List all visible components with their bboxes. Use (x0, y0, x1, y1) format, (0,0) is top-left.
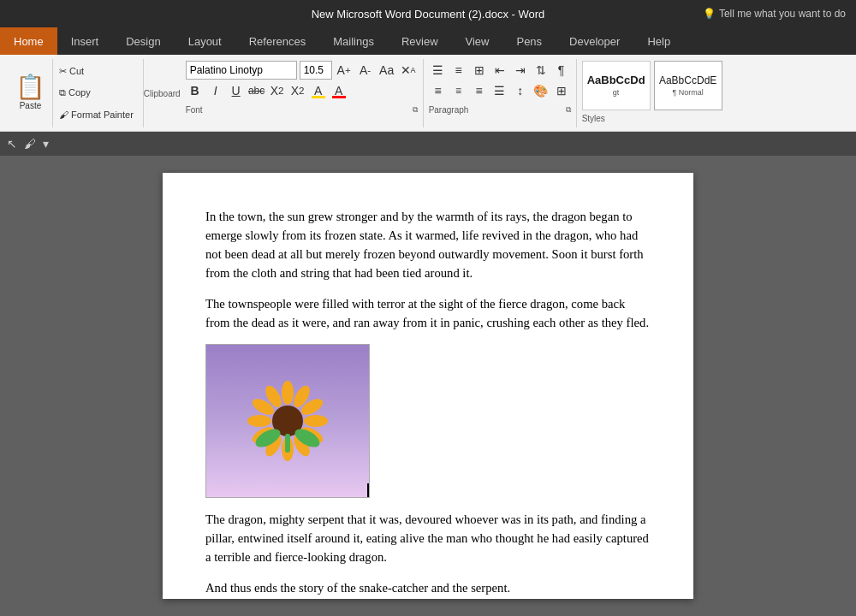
tell-me-text: Tell me what you want to do (719, 8, 846, 20)
tab-insert[interactable]: Insert (57, 27, 113, 55)
svg-rect-15 (285, 434, 290, 453)
paste-label: Paste (20, 101, 42, 110)
tab-references[interactable]: References (235, 27, 319, 55)
tab-design[interactable]: Design (112, 27, 174, 55)
paint-icon[interactable]: 🖌 (24, 137, 36, 151)
clipboard-group-label: Clipboard (144, 87, 181, 98)
document-image[interactable] (205, 344, 370, 498)
paragraph-group: ☰ ≡ ⊞ ⇤ ⇥ ⇅ ¶ ≡ ≡ ≡ ☰ ↕ 🎨 ⊞ Paragraph ⧉ (424, 59, 577, 127)
title-bar: New Microsoft Word Document (2).docx - W… (0, 0, 856, 27)
subscript-button[interactable]: X2 (268, 81, 287, 100)
styles-group-label-bar: Styles (582, 112, 846, 123)
svg-point-9 (247, 415, 271, 427)
font-row-2: B I U abc X2 X2 A A (186, 81, 418, 100)
ribbon: 📋 Paste ✂ Cut ⧉ Copy 🖌 Format Painter Cl… (0, 55, 856, 132)
ribbon-tabs: Home Insert Design Layout References Mai… (0, 27, 856, 55)
bold-button[interactable]: B (186, 81, 205, 100)
style-boxes-container: AaBbCcDd gt AaBbCcDdE ¶ Normal (582, 61, 846, 110)
font-row-1: A+ A- Aa ✕A (186, 61, 418, 80)
paragraph-group-label-bar: Paragraph ⧉ (429, 104, 571, 115)
numbered-list-button[interactable]: ≡ (449, 61, 468, 80)
align-right-button[interactable]: ≡ (470, 81, 489, 100)
cursor-icon[interactable]: ↖ (7, 137, 17, 151)
text-highlight-button[interactable]: A (309, 81, 328, 100)
decrease-font-button[interactable]: A- (356, 61, 375, 80)
svg-point-3 (304, 415, 328, 427)
superscript-button[interactable]: X2 (288, 81, 307, 100)
svg-point-0 (282, 381, 294, 405)
paragraph-row-2: ≡ ≡ ≡ ☰ ↕ 🎨 ⊞ (429, 81, 571, 100)
clear-formatting-button[interactable]: ✕A (399, 61, 418, 80)
copy-icon: ⧉ (59, 87, 68, 98)
align-center-button[interactable]: ≡ (449, 81, 468, 100)
sunflower-svg (241, 374, 335, 468)
paragraph-2: The townspeople were filled with terror … (205, 294, 651, 332)
normal-preview: AaBbCcDdE (659, 74, 716, 86)
format-painter-icon: 🖌 (59, 110, 71, 120)
styles-group-label: Styles (582, 114, 605, 123)
clipboard-group: 📋 Paste ✂ Cut ⧉ Copy 🖌 Format Painter (5, 59, 144, 127)
justify-button[interactable]: ☰ (490, 81, 509, 100)
tab-home[interactable]: Home (0, 27, 57, 55)
font-expand-icon[interactable]: ⧉ (413, 105, 418, 115)
normal-style-box[interactable]: AaBbCcDdE ¶ Normal (654, 61, 722, 110)
heading-style-box[interactable]: AaBbCcDd gt (582, 61, 651, 110)
multilevel-list-button[interactable]: ⊞ (470, 61, 489, 80)
normal-label: ¶ Normal (672, 88, 703, 97)
tab-developer[interactable]: Developer (556, 27, 633, 55)
paragraph-expand-icon[interactable]: ⧉ (566, 105, 571, 115)
tab-pens[interactable]: Pens (502, 27, 556, 55)
shading-button[interactable]: 🎨 (532, 81, 550, 100)
image-cursor (367, 483, 369, 497)
document-page: In the town, the sun grew stronger and b… (163, 173, 693, 599)
window-title: New Microsoft Word Document (2).docx - W… (312, 8, 545, 21)
image-background (206, 345, 369, 497)
paste-button[interactable]: 📋 Paste (9, 59, 53, 127)
show-formatting-button[interactable]: ¶ (552, 61, 571, 80)
font-size-input[interactable] (300, 61, 332, 80)
font-group-label: Font (186, 105, 203, 115)
change-case-button[interactable]: Aa (377, 61, 396, 80)
font-group-label-bar: Font ⧉ (186, 104, 418, 115)
paragraph-4: And thus ends the story of the snake-cat… (205, 578, 651, 597)
tab-view[interactable]: View (452, 27, 503, 55)
heading-label: gt (613, 88, 620, 97)
increase-font-button[interactable]: A+ (335, 61, 354, 80)
font-group: A+ A- Aa ✕A B I U abc X2 X2 A A Font ⧉ (181, 59, 424, 127)
tab-mailings[interactable]: Mailings (319, 27, 388, 55)
heading-preview: AaBbCcDd (587, 74, 645, 86)
paste-icon: 📋 (15, 75, 45, 99)
borders-button[interactable]: ⊞ (552, 81, 571, 100)
line-spacing-button[interactable]: ↕ (511, 81, 530, 100)
decrease-indent-button[interactable]: ⇤ (490, 61, 509, 80)
clipboard-small-buttons: ✂ Cut ⧉ Copy 🖌 Format Painter (53, 59, 140, 127)
tab-help[interactable]: Help (633, 27, 684, 55)
align-left-button[interactable]: ≡ (429, 81, 448, 100)
styles-group: AaBbCcDd gt AaBbCcDdE ¶ Normal Styles (577, 59, 851, 127)
paragraph-1: In the town, the sun grew stronger and b… (205, 207, 651, 282)
lightbulb-icon: 💡 (703, 8, 716, 20)
paragraph-row-1: ☰ ≡ ⊞ ⇤ ⇥ ⇅ ¶ (429, 61, 571, 80)
italic-button[interactable]: I (206, 81, 225, 100)
scissors-icon: ✂ (59, 66, 69, 76)
underline-button[interactable]: U (227, 81, 246, 100)
document-area: In the town, the sun grew stronger and b… (0, 156, 856, 616)
font-name-input[interactable] (186, 61, 297, 80)
sort-button[interactable]: ⇅ (532, 61, 550, 80)
tell-me-bar[interactable]: 💡 Tell me what you want to do (703, 0, 846, 27)
tab-review[interactable]: Review (388, 27, 452, 55)
strikethrough-button[interactable]: abc (247, 81, 266, 100)
copy-button[interactable]: ⧉ Copy (56, 86, 136, 99)
cut-button[interactable]: ✂ Cut (56, 65, 136, 78)
tab-layout[interactable]: Layout (175, 27, 235, 55)
paragraph-3: The dragon, mighty serpent that it was, … (205, 510, 651, 566)
paragraph-group-label: Paragraph (429, 105, 469, 115)
dropdown-icon[interactable]: ▾ (43, 137, 49, 151)
format-painter-button[interactable]: 🖌 Format Painter (56, 109, 136, 121)
bullet-list-button[interactable]: ☰ (429, 61, 448, 80)
increase-indent-button[interactable]: ⇥ (511, 61, 530, 80)
quick-access-toolbar: ↖ 🖌 ▾ (0, 132, 856, 156)
font-color-button[interactable]: A (330, 81, 348, 100)
